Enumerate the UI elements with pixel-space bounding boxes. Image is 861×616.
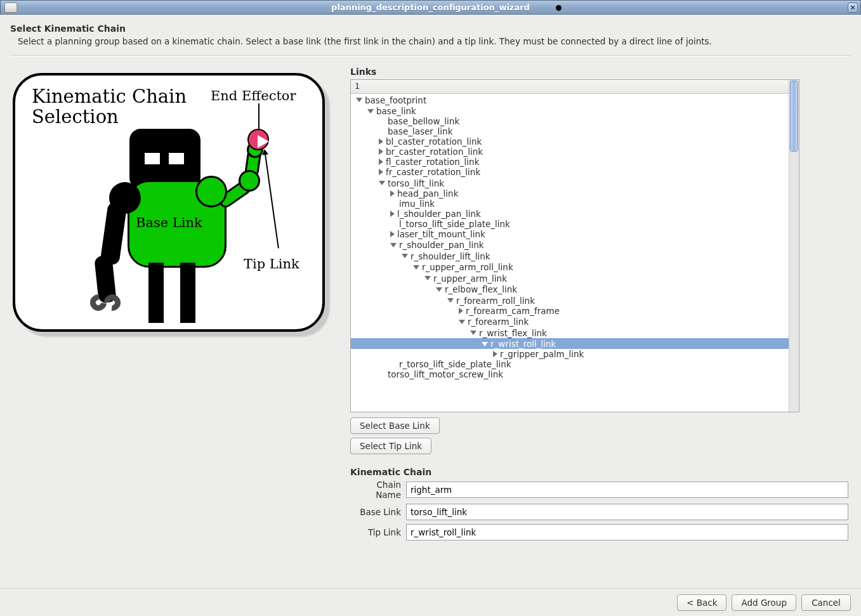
- tree-row[interactable]: r_shoulder_pan_link: [351, 239, 789, 251]
- select-tip-link-button[interactable]: Select Tip Link: [350, 438, 431, 454]
- expand-closed-icon[interactable]: [379, 148, 383, 155]
- cancel-button[interactable]: Cancel: [801, 594, 851, 611]
- tree-row[interactable]: torso_lift_motor_screw_link: [351, 369, 789, 379]
- window-body: Select Kinematic Chain Select a planning…: [0, 15, 861, 616]
- tree-row[interactable]: r_elbow_flex_link: [351, 284, 789, 295]
- expand-open-icon[interactable]: [367, 109, 374, 114]
- tree-row[interactable]: r_upper_arm_link: [351, 272, 789, 284]
- expand-open-icon[interactable]: [482, 342, 488, 346]
- expand-open-icon[interactable]: [436, 287, 442, 292]
- tree-row[interactable]: r_forearm_link: [351, 316, 789, 327]
- tree-row[interactable]: head_pan_link: [351, 188, 789, 199]
- tree-item-label: base_bellow_link: [388, 116, 459, 126]
- expand-closed-icon[interactable]: [379, 169, 383, 175]
- base-link-label: Base Link: [350, 507, 406, 517]
- kinematic-chain-diagram: Kinematic Chain Selection End Effector B…: [13, 73, 329, 337]
- tree-item-label: imu_link: [399, 199, 435, 209]
- tree-item-label: laser_tilt_mount_link: [397, 229, 485, 239]
- expand-open-icon[interactable]: [459, 320, 465, 324]
- tree-item-label: br_caster_rotation_link: [386, 147, 483, 157]
- tree-row[interactable]: fl_caster_rotation_link: [351, 157, 789, 167]
- expand-open-icon[interactable]: [413, 265, 419, 270]
- window-close-button[interactable]: ×: [848, 3, 858, 13]
- tree-row[interactable]: base_link: [351, 105, 789, 117]
- tree-row[interactable]: base_bellow_link: [351, 116, 789, 126]
- right-column: Links 1 base_footprintbase_linkbase_bell…: [350, 67, 848, 584]
- tree-row[interactable]: r_shoulder_lift_link: [351, 250, 789, 261]
- tree-row[interactable]: base_footprint: [351, 94, 789, 105]
- robot-right-shoulder-icon: [195, 176, 227, 207]
- tree-item-label: r_forearm_cam_frame: [466, 306, 560, 316]
- tree-item-label: r_shoulder_pan_link: [399, 240, 484, 250]
- tip-link-diagram-label: Tip Link: [244, 256, 299, 272]
- tree-row[interactable]: fr_caster_rotation_link: [351, 167, 789, 177]
- chain-name-input[interactable]: [406, 482, 848, 498]
- tip-link-input[interactable]: [406, 524, 848, 541]
- tree-item-label: head_pan_link: [397, 188, 458, 199]
- divider: [10, 55, 851, 56]
- expand-closed-icon[interactable]: [493, 351, 497, 357]
- expand-open-icon[interactable]: [447, 298, 454, 303]
- base-link-input[interactable]: [406, 504, 848, 520]
- tree-row[interactable]: br_caster_rotation_link: [351, 147, 789, 157]
- expand-closed-icon[interactable]: [379, 138, 383, 145]
- tree-row[interactable]: imu_link: [351, 199, 789, 209]
- app-icon: [4, 3, 17, 13]
- tree-row[interactable]: l_torso_lift_side_plate_link: [351, 219, 789, 229]
- chain-name-label: Chain Name: [350, 480, 406, 500]
- tree-scrollbar[interactable]: [789, 80, 799, 412]
- add-group-button[interactable]: Add Group: [732, 594, 796, 611]
- tree-item-label: torso_lift_motor_screw_link: [388, 369, 503, 379]
- tree-item-label: fl_caster_rotation_link: [386, 157, 479, 167]
- robot-leg-icon: [180, 263, 195, 323]
- expand-closed-icon[interactable]: [390, 211, 395, 217]
- tree-column-header[interactable]: 1: [351, 80, 789, 94]
- titlebar: planning_description_configuration_wizar…: [0, 0, 861, 15]
- expand-open-icon[interactable]: [379, 181, 385, 185]
- expand-open-icon[interactable]: [356, 98, 362, 102]
- tree-row[interactable]: bl_caster_rotation_link: [351, 136, 789, 147]
- tree-item-label: r_wrist_flex_link: [479, 328, 547, 338]
- expand-open-icon[interactable]: [390, 243, 397, 247]
- tree-item-label: base_laser_link: [388, 126, 452, 136]
- expand-closed-icon[interactable]: [390, 231, 395, 237]
- window-title: planning_description_configuration_wizar…: [331, 3, 530, 12]
- tree-row[interactable]: base_laser_link: [351, 126, 789, 136]
- kinematic-chain-section-label: Kinematic Chain: [350, 467, 848, 477]
- tree-item-label: base_link: [376, 106, 416, 116]
- tree-row[interactable]: r_wrist_flex_link: [351, 327, 789, 338]
- tree-item-label: base_footprint: [365, 95, 426, 105]
- tree-item-label: torso_lift_link: [388, 178, 444, 188]
- tree-row[interactable]: r_gripper_palm_link: [351, 349, 789, 359]
- tree-row[interactable]: r_wrist_roll_link: [351, 338, 789, 350]
- tree-row[interactable]: l_shoulder_pan_link: [351, 209, 789, 219]
- expand-open-icon[interactable]: [402, 254, 408, 258]
- tree-row[interactable]: torso_lift_link: [351, 177, 789, 188]
- tree-row[interactable]: r_forearm_roll_link: [351, 294, 789, 306]
- tree-item-label: r_forearm_link: [468, 317, 529, 327]
- wizard-button-bar: < Back Add Group Cancel: [0, 588, 861, 616]
- select-base-link-button[interactable]: Select Base Link: [350, 417, 440, 434]
- modified-indicator-icon: [556, 5, 562, 11]
- back-button[interactable]: < Back: [677, 594, 726, 611]
- tree-row[interactable]: r_upper_arm_roll_link: [351, 261, 789, 273]
- expand-closed-icon[interactable]: [379, 159, 383, 165]
- expand-open-icon[interactable]: [424, 276, 431, 280]
- scrollbar-thumb[interactable]: [790, 81, 798, 152]
- expand-closed-icon[interactable]: [390, 190, 395, 197]
- tree-row[interactable]: r_torso_lift_side_plate_link: [351, 359, 789, 369]
- page-title: Select Kinematic Chain: [10, 23, 851, 34]
- expand-open-icon[interactable]: [470, 331, 477, 335]
- tree-leaf-spacer: [390, 361, 397, 367]
- tree-item-label: r_wrist_roll_link: [490, 339, 556, 349]
- tree-row[interactable]: laser_tilt_mount_link: [351, 229, 789, 239]
- expand-closed-icon[interactable]: [459, 308, 463, 314]
- links-section-label: Links: [350, 67, 848, 77]
- robot-leg-icon: [148, 263, 164, 323]
- page-header: Select Kinematic Chain Select a planning…: [0, 15, 861, 51]
- tree-item-label: r_upper_arm_roll_link: [422, 262, 513, 272]
- tree-item-label: r_torso_lift_side_plate_link: [399, 359, 511, 369]
- links-tree[interactable]: 1 base_footprintbase_linkbase_bellow_lin…: [350, 79, 799, 412]
- tree-row[interactable]: r_forearm_cam_frame: [351, 306, 789, 316]
- robot-right-elbow-icon: [239, 170, 260, 192]
